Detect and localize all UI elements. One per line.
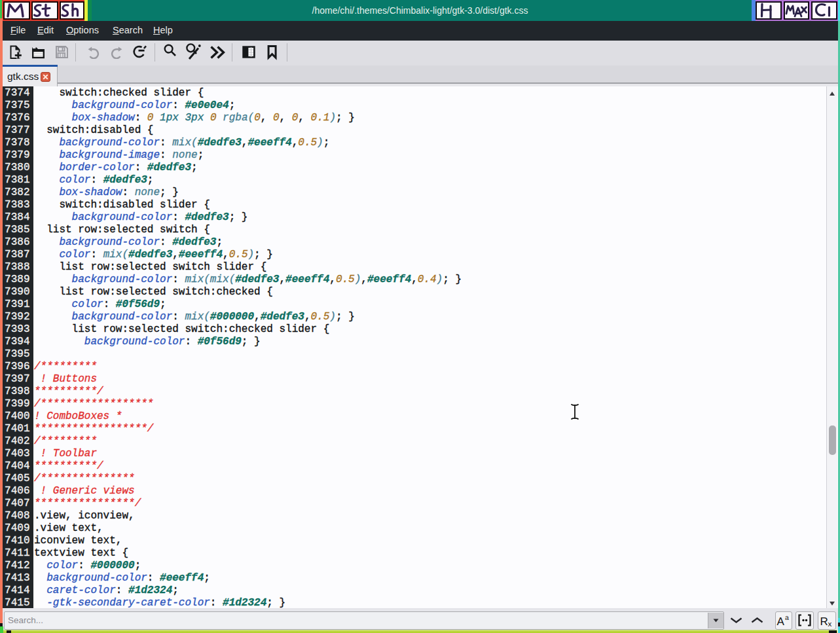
svg-text:A: A — [777, 615, 785, 628]
svg-text:R: R — [820, 615, 828, 628]
svg-text:x: x — [828, 621, 832, 628]
svg-text:a: a — [785, 614, 789, 622]
